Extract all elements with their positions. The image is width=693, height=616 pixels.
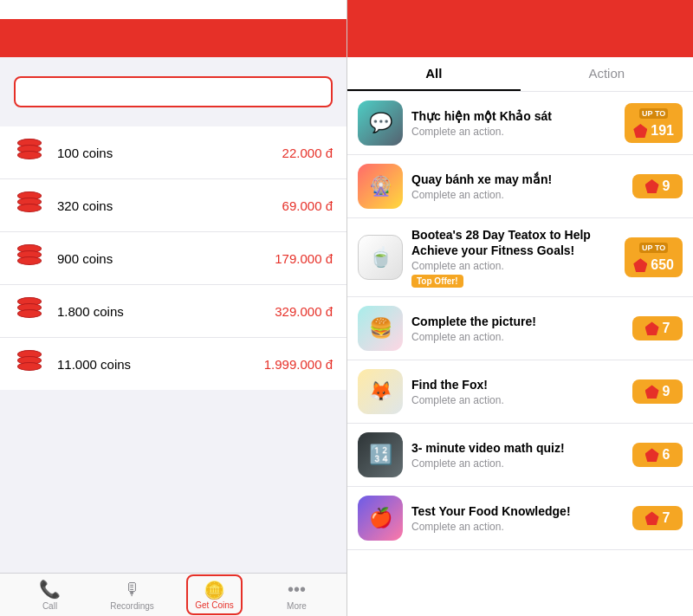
badge-value: 6 bbox=[663, 448, 670, 462]
earn-row-info: Complete the picture! Complete an action… bbox=[411, 314, 624, 343]
tab-action[interactable]: Action bbox=[521, 57, 694, 91]
earn-row-subtitle: Complete an action. bbox=[411, 331, 624, 343]
earn-app-emoji: 💬 bbox=[369, 112, 392, 134]
tab-get-coins-label: Get Coins bbox=[195, 600, 233, 610]
gem-icon bbox=[645, 179, 659, 193]
free-coins-section-label bbox=[0, 57, 346, 76]
coin-stack-icon bbox=[14, 137, 45, 168]
gem-icon bbox=[633, 124, 647, 138]
coin-stack-icon bbox=[14, 295, 45, 327]
earn-app-icon: 🎡 bbox=[358, 164, 403, 209]
left-header bbox=[0, 19, 346, 57]
tab-recordings[interactable]: 🎙 Recordings bbox=[91, 580, 173, 611]
coin-amount: 320 coins bbox=[57, 198, 282, 213]
earn-list-item[interactable]: 🔢 3- minute video math quiz! Complete an… bbox=[347, 424, 693, 487]
earn-row-subtitle: Complete an action. bbox=[411, 457, 624, 470]
earn-badge: UP TO 650 bbox=[625, 237, 683, 277]
buy-coin-row[interactable]: 320 coins 69.000 đ bbox=[0, 179, 346, 232]
earn-list-item[interactable]: 💬 Thực hiện một Khảo sát Complete an act… bbox=[347, 92, 693, 155]
coin-price: 179.000 đ bbox=[275, 251, 333, 266]
earn-row-title: Complete the picture! bbox=[411, 314, 624, 329]
earn-app-emoji: 🦊 bbox=[369, 380, 392, 403]
coin-price: 329.000 đ bbox=[275, 304, 333, 319]
earn-row-subtitle: Complete an action. bbox=[411, 394, 624, 406]
right-panel: All Action 💬 Thực hiện một Khảo sát Comp… bbox=[346, 0, 693, 616]
left-status-bar bbox=[0, 0, 346, 19]
gem-icon bbox=[645, 385, 659, 399]
earn-list: 💬 Thực hiện một Khảo sát Complete an act… bbox=[347, 92, 693, 616]
coin-price: 22.000 đ bbox=[282, 146, 333, 160]
coin-amount: 1.800 coins bbox=[57, 304, 275, 319]
tab-all[interactable]: All bbox=[347, 57, 521, 91]
coin-stack-icon bbox=[14, 348, 45, 379]
earn-row-title: 3- minute video math quiz! bbox=[411, 440, 624, 456]
buy-coin-row[interactable]: 100 coins 22.000 đ bbox=[0, 126, 346, 179]
earn-app-icon: 🦊 bbox=[358, 369, 403, 414]
earn-badge: UP TO 191 bbox=[625, 103, 683, 143]
earn-row-title: Bootea's 28 Day Teatox to Help Achieve y… bbox=[411, 227, 616, 258]
badge-value: 7 bbox=[663, 321, 670, 335]
earn-row-subtitle: Complete an action. bbox=[411, 260, 616, 272]
badge-value: 9 bbox=[663, 179, 670, 193]
earn-row-subtitle: Complete an action. bbox=[411, 521, 624, 533]
earn-row-title: Test Your Food Knowledge! bbox=[411, 503, 624, 519]
gem-icon bbox=[645, 448, 659, 462]
earn-list-item[interactable]: 🎡 Quay bánh xe may mắn! Complete an acti… bbox=[347, 155, 693, 218]
earn-app-icon: 🔢 bbox=[358, 432, 403, 477]
earn-badge: 9 bbox=[632, 174, 683, 198]
earn-list-item[interactable]: 🦊 Find the Fox! Complete an action. 9 bbox=[347, 360, 693, 424]
top-offer-tag: Top Offer! bbox=[411, 275, 463, 288]
badge-value: 7 bbox=[663, 511, 670, 525]
earn-row-info: Test Your Food Knowledge! Complete an ac… bbox=[411, 503, 624, 533]
tab-get-coins[interactable]: 🪙 Get Coins bbox=[173, 574, 256, 615]
earn-badge: 6 bbox=[632, 443, 683, 467]
more-icon: ••• bbox=[288, 580, 306, 600]
earn-row-title: Thực hiện một Khảo sát bbox=[411, 108, 616, 124]
tab-call[interactable]: 📞 Call bbox=[9, 579, 91, 611]
earn-app-icon: 🍵 bbox=[358, 235, 403, 280]
buy-coin-row[interactable]: 11.000 coins 1.999.000 đ bbox=[0, 338, 346, 390]
earn-badge: 9 bbox=[632, 379, 683, 404]
earn-list-item[interactable]: 🍵 Bootea's 28 Day Teatox to Help Achieve… bbox=[347, 218, 693, 297]
earn-app-icon: 🍎 bbox=[358, 496, 403, 541]
coin-amount: 11.000 coins bbox=[57, 357, 264, 372]
right-header bbox=[347, 19, 693, 57]
tab-more[interactable]: ••• More bbox=[256, 580, 338, 611]
badge-value: 9 bbox=[663, 385, 670, 399]
earn-row-subtitle: Complete an action. bbox=[411, 189, 624, 201]
gem-icon bbox=[645, 511, 659, 525]
earn-row-title: Quay bánh xe may mắn! bbox=[411, 172, 624, 187]
buy-coin-row[interactable]: 900 coins 179.000 đ bbox=[0, 232, 346, 285]
get-coins-box: 🪙 Get Coins bbox=[186, 574, 242, 615]
earn-app-emoji: 🍵 bbox=[369, 246, 392, 269]
tab-more-label: More bbox=[287, 601, 307, 611]
earn-list-item[interactable]: 🍔 Complete the picture! Complete an acti… bbox=[347, 297, 693, 360]
call-icon: 📞 bbox=[39, 579, 61, 600]
coins-icon: 🪙 bbox=[204, 580, 225, 600]
earn-row-info: 3- minute video math quiz! Complete an a… bbox=[411, 440, 624, 470]
recordings-icon: 🎙 bbox=[124, 580, 141, 600]
earn-app-emoji: 🔢 bbox=[369, 444, 392, 466]
earn-row-info: Quay bánh xe may mắn! Complete an action… bbox=[411, 172, 624, 201]
earn-badge: 7 bbox=[632, 316, 683, 340]
earn-badge: 7 bbox=[632, 506, 683, 530]
tab-recordings-label: Recordings bbox=[110, 601, 154, 611]
earn-row-info: Thực hiện một Khảo sát Complete an actio… bbox=[411, 108, 616, 138]
coin-stack-icon bbox=[14, 190, 45, 221]
buy-coin-row[interactable]: 1.800 coins 329.000 đ bbox=[0, 285, 346, 338]
earn-row-info: Find the Fox! Complete an action. bbox=[411, 377, 624, 406]
earn-app-icon: 🍔 bbox=[358, 306, 403, 351]
coin-stack-icon bbox=[14, 243, 45, 274]
free-coins-box[interactable] bbox=[14, 76, 333, 107]
earn-list-item[interactable]: 🍎 Test Your Food Knowledge! Complete an … bbox=[347, 487, 693, 550]
badge-upto-label: UP TO bbox=[639, 243, 668, 253]
earn-app-emoji: 🎡 bbox=[369, 175, 392, 198]
earn-app-icon: 💬 bbox=[358, 101, 403, 146]
left-tab-bar: 📞 Call 🎙 Recordings 🪙 Get Coins ••• More bbox=[0, 573, 346, 616]
earn-app-emoji: 🍎 bbox=[369, 507, 392, 529]
gem-icon bbox=[645, 321, 659, 335]
coin-amount: 100 coins bbox=[57, 146, 282, 160]
earn-app-emoji: 🍔 bbox=[369, 317, 392, 340]
coin-amount: 900 coins bbox=[57, 251, 275, 266]
badge-value: 191 bbox=[651, 124, 674, 138]
